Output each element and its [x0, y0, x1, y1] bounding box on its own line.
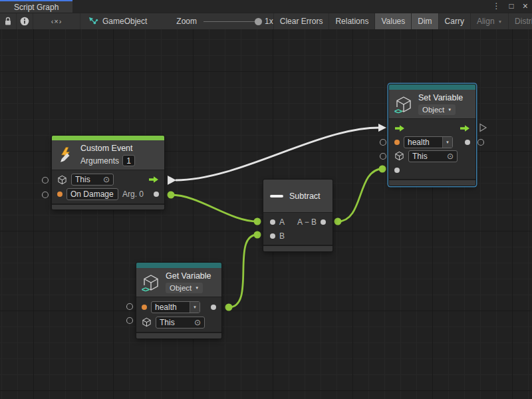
wire-flow-customevent-to-setvariable[interactable] [176, 128, 379, 180]
variable-icon: <> [395, 96, 414, 113]
port-setvariable-name[interactable] [380, 140, 386, 146]
wire-endpoint-dot[interactable] [254, 218, 261, 225]
target-field[interactable]: This ⊙ [71, 174, 114, 186]
arg0-label: Arg. 0 [122, 190, 144, 199]
node-header[interactable]: Subtract [263, 180, 332, 213]
variable-name-dropdown[interactable]: health ▼ [404, 136, 453, 148]
port-getvariable-name[interactable] [127, 304, 133, 310]
gameobject-cube-icon [394, 151, 404, 161]
relations-button[interactable]: Relations [329, 13, 374, 29]
arguments-label: Arguments [80, 156, 119, 166]
wire-subtract-to-setvariable[interactable] [338, 169, 382, 221]
carry-toggle[interactable]: Carry [438, 13, 470, 29]
script-graph-window: Script Graph ⋮ □ × ‹×› [0, 0, 532, 399]
variable-code-glyph: <> [394, 107, 402, 115]
port-customevent-name[interactable] [43, 192, 49, 198]
window-menu-icon[interactable]: ⋮ [493, 0, 501, 13]
flow-output-triangle[interactable] [168, 176, 176, 185]
variable-scope-dropdown[interactable]: Object ▼ [166, 283, 203, 293]
node-get-variable[interactable]: <> Get Variable Object ▼ health ▼ [136, 263, 221, 338]
event-name-port[interactable] [57, 192, 63, 197]
caret-down-icon: ▼ [195, 286, 199, 290]
flow-output-arrow[interactable] [460, 124, 470, 132]
custom-event-icon [58, 146, 75, 164]
clear-errors-button[interactable]: Clear Errors [273, 13, 329, 29]
node-header[interactable]: <> Set Variable Object ▼ [389, 90, 475, 119]
output-port[interactable] [321, 219, 326, 225]
lock-button[interactable] [0, 13, 17, 29]
node-accent-bar [136, 263, 221, 268]
gameobject-cube-icon [57, 175, 67, 185]
align-dropdown[interactable]: Align ▼ [470, 13, 508, 29]
port-customevent-target[interactable] [43, 178, 49, 184]
lock-icon [4, 17, 12, 26]
wire-endpoint-dot[interactable] [334, 218, 342, 225]
distribute-dropdown[interactable]: Distribute ▼ [508, 13, 532, 29]
info-button[interactable] [17, 13, 33, 29]
tab-title: Script Graph [14, 3, 59, 12]
object-picker-icon[interactable]: ⊙ [194, 319, 201, 327]
values-toggle[interactable]: Values [374, 13, 411, 29]
window-close-icon[interactable]: × [523, 0, 528, 13]
node-set-variable[interactable]: <> Set Variable Object ▼ [389, 84, 475, 186]
port-setvariable-flow-out[interactable] [480, 124, 486, 132]
value-output-port[interactable] [465, 140, 470, 145]
variable-scope-dropdown[interactable]: Object ▼ [418, 104, 456, 115]
node-title: Subtract [289, 192, 321, 201]
wire-endpoint-dot[interactable] [254, 231, 261, 239]
variable-icon: <> [142, 274, 161, 291]
node-header[interactable]: Custom Event Arguments 1 [52, 140, 164, 170]
window-maximize-icon[interactable]: □ [509, 0, 514, 13]
wire-endpoint-dot[interactable] [379, 166, 386, 173]
gameobject-cube-icon [142, 317, 152, 327]
gameobject-context[interactable]: GameObject [80, 13, 155, 29]
event-name-field[interactable]: On Damage [66, 188, 118, 200]
port-setvariable-output[interactable] [478, 140, 484, 146]
zoom-value: 1x [265, 17, 273, 26]
wire-endpoint-dot[interactable] [168, 192, 175, 199]
input-a-port[interactable] [270, 219, 275, 225]
input-b-port[interactable] [270, 233, 275, 239]
node-custom-event[interactable]: Custom Event Arguments 1 This ⊙ [52, 136, 164, 209]
target-field[interactable]: This ⊙ [408, 150, 458, 162]
node-subtract[interactable]: Subtract A A − B B [263, 180, 332, 251]
object-picker-icon[interactable]: ⊙ [103, 176, 110, 184]
wire-endpoint-dot[interactable] [225, 304, 233, 311]
tab-script-graph[interactable]: Script Graph [0, 0, 72, 13]
variable-code-glyph: <> [141, 285, 150, 293]
arg0-output-port[interactable] [154, 192, 159, 197]
dim-toggle[interactable]: Dim [411, 13, 438, 29]
value-output-port[interactable] [211, 305, 216, 310]
target-field[interactable]: This ⊙ [156, 317, 205, 329]
zoom-slider-handle[interactable] [255, 18, 262, 25]
port-getvariable-target[interactable] [127, 318, 133, 324]
flow-input-arrow[interactable] [394, 124, 405, 132]
graph-toolbar: ‹×› GameObject Zoom 1x Clear Errors Rela… [0, 13, 532, 29]
node-accent-bar [389, 84, 475, 90]
node-footer [52, 203, 164, 209]
arguments-input[interactable]: 1 [122, 155, 135, 166]
port-setvariable-target[interactable] [380, 154, 386, 160]
subtract-icon [269, 190, 284, 202]
object-picker-icon[interactable]: ⊙ [447, 152, 454, 160]
flow-arrowhead [378, 124, 386, 132]
variable-name-dropdown[interactable]: health ▼ [151, 301, 200, 313]
node-footer [389, 179, 475, 186]
node-footer [136, 332, 221, 338]
graph-canvas[interactable]: Custom Event Arguments 1 This ⊙ [0, 29, 532, 399]
flow-output-arrow[interactable] [148, 176, 159, 184]
variable-name-port[interactable] [394, 140, 400, 145]
zoom-slider[interactable] [203, 21, 261, 22]
zoom-label: Zoom [176, 17, 197, 26]
wire-getvariable-to-subtract-b[interactable] [229, 235, 257, 307]
node-header[interactable]: <> Get Variable Object ▼ [136, 268, 221, 297]
caret-down-icon: ▼ [448, 108, 452, 112]
new-value-input-port[interactable] [394, 168, 400, 173]
wire-arg0-to-subtract-a[interactable] [171, 195, 257, 221]
gameobject-label: GameObject [102, 17, 147, 26]
input-b-label: B [279, 231, 285, 241]
input-a-label: A [279, 217, 285, 227]
code-view-button[interactable]: ‹×› [33, 13, 80, 29]
node-title: Set Variable [418, 93, 463, 102]
variable-name-port[interactable] [142, 305, 147, 310]
